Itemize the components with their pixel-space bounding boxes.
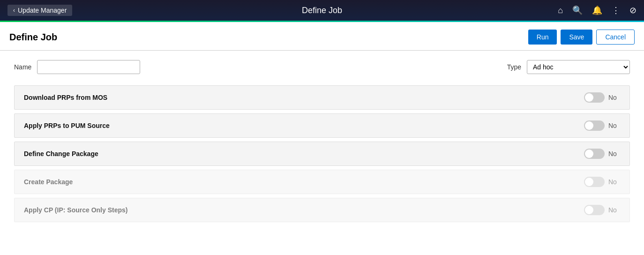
toggle-label-apply-prps: Apply PRPs to PUM Source <box>24 122 110 129</box>
toggle-row-download-prps: Download PRPs from MOSNo <box>14 85 630 110</box>
nav-page-title: Define Job <box>302 6 342 15</box>
top-navigation: ‹ Update Manager Define Job ⌂ 🔍 🔔 ⋮ ⊘ <box>0 0 644 21</box>
toggle-switch-apply-cp[interactable] <box>584 205 605 215</box>
toggle-control-download-prps: No <box>584 92 620 103</box>
save-button[interactable]: Save <box>561 30 592 45</box>
home-icon[interactable]: ⌂ <box>558 6 563 15</box>
toggle-row-apply-prps: Apply PRPs to PUM SourceNo <box>14 113 630 138</box>
cancel-button[interactable]: Cancel <box>596 30 635 45</box>
toggle-control-create-package: No <box>584 177 620 187</box>
toggle-control-define-change: No <box>584 149 620 159</box>
toggle-slider-create-package <box>584 177 605 187</box>
chevron-left-icon: ‹ <box>13 7 15 14</box>
toggle-control-apply-cp: No <box>584 205 620 215</box>
more-icon[interactable]: ⋮ <box>612 5 620 15</box>
toggle-value-apply-prps: No <box>608 122 620 129</box>
type-field: Type Ad hoc Scheduled <box>507 60 630 74</box>
toggle-value-apply-cp: No <box>608 206 620 214</box>
toggle-row-define-change: Define Change PackageNo <box>14 142 630 166</box>
back-label: Update Manager <box>18 7 67 14</box>
toggle-label-create-package: Create Package <box>24 178 73 186</box>
toggle-slider-apply-prps <box>584 120 605 131</box>
forbidden-icon[interactable]: ⊘ <box>629 5 637 15</box>
nav-icons-group: ⌂ 🔍 🔔 ⋮ ⊘ <box>558 5 637 15</box>
toggle-control-apply-prps: No <box>584 120 620 131</box>
toggle-value-download-prps: No <box>608 94 620 101</box>
toggle-switch-create-package[interactable] <box>584 177 605 187</box>
toggle-switch-download-prps[interactable] <box>584 92 605 103</box>
toggle-label-apply-cp: Apply CP (IP: Source Only Steps) <box>24 206 127 214</box>
back-button[interactable]: ‹ Update Manager <box>7 5 72 16</box>
header-actions: Run Save Cancel <box>528 30 635 45</box>
toggle-switch-define-change[interactable] <box>584 149 605 159</box>
bell-icon[interactable]: 🔔 <box>592 5 602 15</box>
toggle-slider-define-change <box>584 149 605 159</box>
toggle-label-download-prps: Download PRPs from MOS <box>24 94 107 101</box>
run-button[interactable]: Run <box>528 30 557 45</box>
name-field: Name <box>14 60 140 74</box>
toggle-value-create-package: No <box>608 178 620 186</box>
page-title: Define Job <box>9 32 57 43</box>
toggle-slider-download-prps <box>584 92 605 103</box>
form-area: Name Type Ad hoc Scheduled Download PRPs… <box>0 51 644 235</box>
toggle-value-define-change: No <box>608 150 620 158</box>
search-icon[interactable]: 🔍 <box>572 5 583 15</box>
toggle-switch-apply-prps[interactable] <box>584 120 605 131</box>
name-input[interactable] <box>37 60 140 74</box>
toggle-label-define-change: Define Change Package <box>24 150 98 158</box>
type-select[interactable]: Ad hoc Scheduled <box>527 60 630 74</box>
name-label: Name <box>14 63 31 71</box>
toggle-row-apply-cp: Apply CP (IP: Source Only Steps)No <box>14 198 630 222</box>
page-header: Define Job Run Save Cancel <box>0 22 644 51</box>
form-top-row: Name Type Ad hoc Scheduled <box>14 60 630 74</box>
toggle-row-create-package: Create PackageNo <box>14 170 630 194</box>
toggle-section: Download PRPs from MOSNoApply PRPs to PU… <box>14 85 630 226</box>
type-label: Type <box>507 63 521 71</box>
toggle-slider-apply-cp <box>584 205 605 215</box>
